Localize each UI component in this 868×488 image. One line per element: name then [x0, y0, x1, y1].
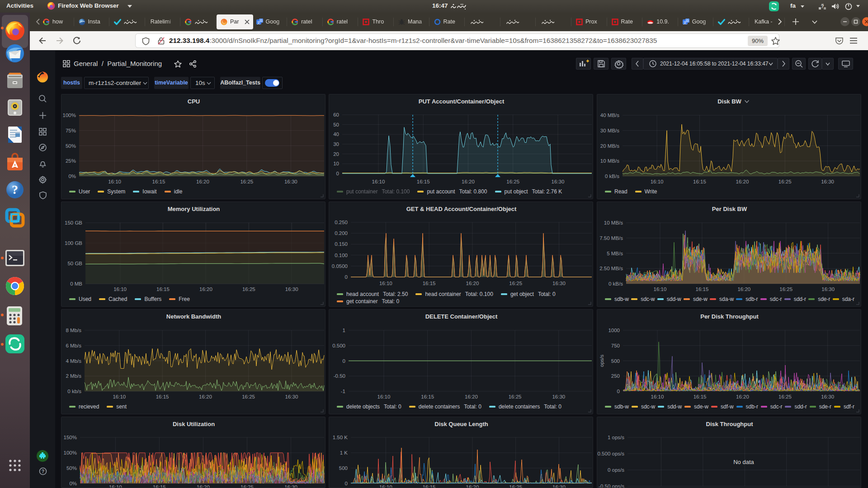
svg-text:16:25: 16:25 [778, 394, 792, 399]
svg-text:16:20: 16:20 [199, 394, 212, 399]
svg-text:50%: 50% [66, 465, 77, 471]
svg-text:文: 文 [257, 21, 260, 25]
svg-text:16:10: 16:10 [379, 484, 392, 488]
svg-text:1 ops/s: 1 ops/s [608, 435, 624, 440]
svg-text:16:10: 16:10 [372, 179, 385, 184]
svg-text:16:10: 16:10 [113, 286, 127, 292]
svg-text:40 MB/s: 40 MB/s [600, 113, 619, 118]
svg-text:DELETE Container/Object: DELETE Container/Object [425, 313, 498, 320]
svg-text:75%: 75% [66, 128, 76, 133]
svg-text:0 kB/s: 0 kB/s [605, 174, 619, 179]
svg-text:0.500: 0.500 [332, 343, 345, 348]
svg-text:0 ops/s: 0 ops/s [608, 467, 624, 473]
svg-text:10: 10 [333, 161, 339, 166]
svg-text:ops/s: ops/s [599, 355, 604, 367]
svg-text:16:25: 16:25 [778, 179, 792, 184]
svg-text:16:20: 16:20 [466, 281, 479, 286]
svg-text:16:25: 16:25 [509, 484, 522, 488]
svg-text:16:30: 16:30 [552, 179, 565, 184]
svg-text:5 MB/s: 5 MB/s [607, 251, 623, 256]
svg-text:16:25: 16:25 [240, 179, 253, 184]
svg-text:No data: No data [733, 459, 754, 465]
svg-text:50: 50 [333, 122, 339, 127]
svg-text:0 kb/s: 0 kb/s [67, 389, 81, 394]
svg-text:750: 750 [611, 343, 620, 348]
svg-text:?: ? [12, 183, 18, 197]
svg-text:16:30: 16:30 [821, 286, 835, 292]
svg-text:100%: 100% [64, 450, 77, 455]
svg-text:16:10: 16:10 [377, 394, 391, 399]
svg-text:16:20: 16:20 [199, 286, 212, 292]
svg-text:16:10: 16:10 [651, 394, 664, 399]
svg-text:6 Mb/s: 6 Mb/s [66, 343, 81, 348]
svg-text:16:20: 16:20 [465, 394, 478, 399]
svg-text:0%: 0% [69, 481, 77, 486]
svg-text:40: 40 [333, 131, 339, 137]
svg-text:150%: 150% [64, 435, 77, 440]
svg-text:10 MB/s: 10 MB/s [604, 220, 623, 225]
svg-text:16:25: 16:25 [241, 484, 254, 488]
svg-text:16:25: 16:25 [506, 179, 519, 184]
svg-text:16:20: 16:20 [196, 179, 209, 184]
svg-text:Memory Utilization: Memory Utilization [168, 206, 220, 212]
svg-text:8 Mb/s: 8 Mb/s [66, 328, 81, 333]
svg-text:16:25: 16:25 [779, 286, 793, 292]
svg-text:Per Disk Throughput: Per Disk Throughput [700, 313, 759, 320]
svg-text:20: 20 [333, 151, 339, 157]
svg-text:50%: 50% [66, 143, 76, 149]
svg-text:16:15: 16:15 [693, 179, 706, 184]
svg-text:16:15: 16:15 [423, 281, 436, 286]
svg-text:1: 1 [343, 328, 345, 333]
svg-text:16:30: 16:30 [285, 394, 298, 399]
svg-text:16:30: 16:30 [284, 179, 297, 184]
svg-text:16:20: 16:20 [736, 394, 749, 399]
svg-text:0.250: 0.250 [335, 220, 348, 225]
svg-text:30 MB/s: 30 MB/s [600, 128, 619, 133]
svg-text:7.50 MB/s: 7.50 MB/s [599, 235, 623, 241]
svg-text:16:30: 16:30 [284, 484, 297, 488]
svg-text:0 kB/s: 0 kB/s [609, 281, 623, 286]
svg-text:16:10: 16:10 [108, 179, 121, 184]
svg-text:60: 60 [333, 112, 339, 117]
svg-text:0.500 ops/s: 0.500 ops/s [598, 451, 625, 456]
svg-text:文: 文 [683, 21, 687, 25]
svg-text:16:30: 16:30 [552, 281, 566, 286]
svg-text:-0.50 ops/s: -0.50 ops/s [599, 483, 624, 488]
svg-text:Disk Throughput: Disk Throughput [706, 421, 754, 427]
svg-text:0: 0 [617, 389, 620, 394]
svg-text:250: 250 [611, 373, 620, 379]
svg-text:16:25: 16:25 [509, 281, 522, 286]
svg-text:16:20: 16:20 [466, 484, 479, 488]
svg-text:GET & HEAD Account/Container/O: GET & HEAD Account/Container/Object [406, 206, 517, 212]
svg-text:16:25: 16:25 [242, 394, 255, 399]
svg-text:1000: 1000 [608, 328, 620, 333]
svg-text:16:15: 16:15 [152, 179, 165, 184]
svg-text:16:15: 16:15 [696, 286, 709, 292]
svg-text:25%: 25% [66, 158, 76, 164]
svg-text:Network Bandwidth: Network Bandwidth [166, 313, 221, 320]
svg-text:16:15: 16:15 [421, 394, 434, 399]
svg-text:16:15: 16:15 [693, 394, 707, 399]
svg-text:16:10: 16:10 [379, 281, 392, 286]
svg-text:Disk BW: Disk BW [717, 98, 741, 105]
svg-text:16:10: 16:10 [113, 394, 126, 399]
svg-text:16:10: 16:10 [654, 286, 667, 292]
svg-text:0.150: 0.150 [335, 241, 348, 247]
svg-text:?: ? [821, 4, 824, 9]
svg-text:1.50 K: 1.50 K [333, 435, 348, 440]
svg-text:Disk Queue Length: Disk Queue Length [434, 421, 488, 427]
svg-text:-1: -1 [341, 389, 345, 394]
svg-text:500: 500 [611, 358, 620, 364]
svg-text:16:15: 16:15 [156, 286, 170, 292]
svg-text:16:20: 16:20 [197, 484, 210, 488]
svg-text:100%: 100% [63, 113, 76, 118]
svg-text:10 MB/s: 10 MB/s [600, 158, 619, 164]
svg-text:16:25: 16:25 [509, 394, 522, 399]
svg-text:100 GB: 100 GB [65, 240, 82, 246]
svg-text:0 MB: 0 MB [70, 281, 82, 286]
svg-text:500: 500 [339, 465, 348, 471]
svg-text:0: 0 [345, 481, 348, 486]
svg-text:0%: 0% [68, 174, 76, 179]
svg-text:2.50 MB/s: 2.50 MB/s [599, 266, 623, 271]
svg-text:16:30: 16:30 [552, 394, 565, 399]
